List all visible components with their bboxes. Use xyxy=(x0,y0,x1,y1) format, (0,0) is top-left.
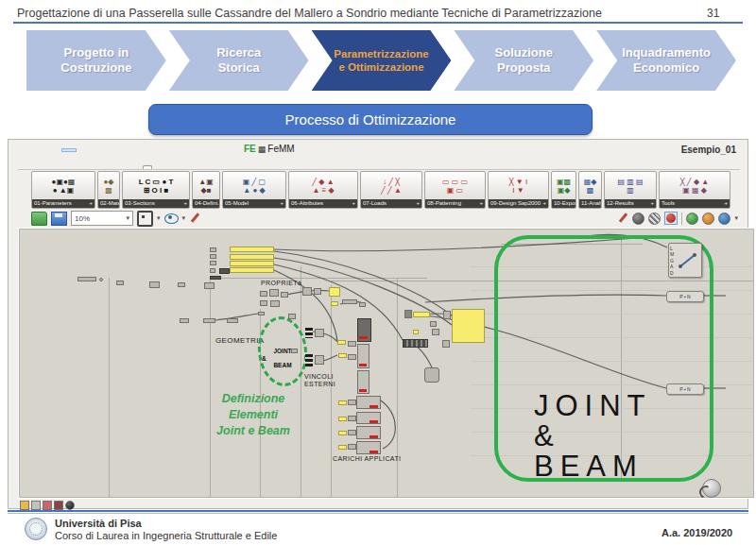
gh-panel[interactable] xyxy=(413,330,419,334)
gh-node[interactable] xyxy=(149,281,160,288)
component-tab[interactable] xyxy=(70,168,72,169)
toolbar-icon-row[interactable]: ⊞ O I ■ xyxy=(123,186,189,195)
gh-node[interactable] xyxy=(348,341,356,347)
toolbar-group-caption[interactable]: 05-Model + xyxy=(223,199,285,208)
green-preview-icon[interactable] xyxy=(686,213,698,225)
toolbar-group[interactable]: ▭ ▭ ▭ ▣ ▭ 08-Patterning + xyxy=(424,171,486,209)
toolbar-icons-cluster[interactable]: ▣ ╱ ▢ ▲ ● ◆ xyxy=(223,172,285,199)
menu-item[interactable] xyxy=(92,148,107,152)
toolbar-icon-row[interactable]: ▲▣ xyxy=(193,178,219,186)
toolbar-icons-cluster[interactable]: ╳ ▼ I I ▼ xyxy=(489,172,548,199)
component-tab[interactable] xyxy=(91,168,93,169)
gh-node[interactable] xyxy=(348,416,356,421)
gh-node[interactable] xyxy=(219,268,230,274)
toolbar-icon-row[interactable]: ╳ ▼ I xyxy=(489,178,548,186)
canvas-widget-icon[interactable] xyxy=(65,501,75,510)
toolbar-icon-row[interactable]: ▲ ● ◆ xyxy=(223,186,285,195)
menu-item[interactable] xyxy=(61,148,77,152)
gh-node[interactable] xyxy=(348,400,356,405)
toolbar-group[interactable]: ╱ ◆ ▲ ▲ ≡ ◆ 06-Attributes + xyxy=(288,171,358,209)
gh-node[interactable] xyxy=(424,367,439,383)
blue-preview-icon[interactable] xyxy=(718,213,730,225)
zoom-select[interactable]: 10% ▾ xyxy=(71,211,133,226)
toolbar-icon-row[interactable]: ▣◆ xyxy=(552,186,576,195)
gh-panel-large[interactable] xyxy=(452,309,485,343)
toolbar-icon-row[interactable]: L C ▭ ● T xyxy=(123,178,189,186)
toolbar-group-caption[interactable]: 08-Patterning + xyxy=(425,199,485,208)
toolbar-icon-row[interactable]: ◆■ xyxy=(193,186,219,195)
gh-multiport-node[interactable] xyxy=(305,328,313,338)
toolbar-group-caption[interactable]: 12-Results + xyxy=(605,199,656,208)
toolbar-icons-cluster[interactable]: ▲▣ ◆■ xyxy=(193,172,219,199)
toolbar-icons-cluster[interactable]: L C ▭ ● T ⊞ O I ■ xyxy=(123,172,189,199)
toolbar-icon-row[interactable]: ╳ ╱ ◆ ▲ xyxy=(660,178,730,186)
gh-node[interactable] xyxy=(77,277,96,281)
component-tab[interactable] xyxy=(18,168,20,169)
toolbar-group-caption[interactable]: 11-Analysis + xyxy=(579,199,601,208)
gh-slider[interactable] xyxy=(230,247,274,252)
toolbar-icon-row[interactable]: ● ▲▣ xyxy=(32,186,94,195)
toolbar-group-caption[interactable]: 10-Export + xyxy=(552,199,576,208)
toolbar-icon-row[interactable]: ▤ ▥ ▤ xyxy=(605,178,656,186)
toolbar-group-expand[interactable]: + xyxy=(352,199,355,208)
gh-node[interactable] xyxy=(302,287,312,296)
toolbar-icon-row[interactable]: ▲ ≡ ◆ xyxy=(289,186,357,195)
gh-node[interactable] xyxy=(210,247,216,252)
toolbar-icon-row[interactable]: ╱ ╱ ▲ xyxy=(361,186,421,195)
gh-node[interactable] xyxy=(288,314,296,319)
component-tab[interactable] xyxy=(39,168,41,169)
gh-node[interactable] xyxy=(203,318,215,323)
toolbar-group[interactable]: ▲▣ ◆■ 04-Defini.. + xyxy=(192,171,220,209)
component-tab[interactable] xyxy=(122,168,124,169)
menu-item[interactable] xyxy=(16,148,31,152)
component-tab[interactable] xyxy=(80,168,82,169)
focus-extents-icon[interactable] xyxy=(137,211,153,227)
toolbar-group-caption[interactable]: 01-Parameters + xyxy=(32,199,94,208)
gh-node[interactable] xyxy=(430,321,437,327)
component-tab[interactable] xyxy=(49,168,51,169)
gh-slider[interactable] xyxy=(230,261,274,266)
gh-node[interactable] xyxy=(210,254,216,259)
toolbar-icon-row[interactable]: ●▣●▦ xyxy=(32,178,94,186)
preview-eye-icon[interactable] xyxy=(164,213,179,224)
toolbar-group[interactable]: ╳ ╱ ◆ ▲ ▣ ▦ ◆ Tools + xyxy=(659,171,730,209)
process-stage[interactable]: Parametrizzazione e Ottimizzazione xyxy=(312,30,452,91)
gh-node[interactable] xyxy=(348,354,356,360)
process-stage[interactable]: Progetto in Costruzione xyxy=(26,30,166,91)
gh-beam-node[interactable]: P ▪ N xyxy=(666,291,704,302)
toolbar-group-caption[interactable]: 04-Defini.. + xyxy=(193,199,219,208)
toolbar-group-expand[interactable]: + xyxy=(479,199,483,208)
menu-item[interactable] xyxy=(31,148,46,152)
toolbar-group-caption[interactable]: 07-Loads + xyxy=(361,199,421,208)
canvas-widget-icon[interactable] xyxy=(20,501,29,510)
gh-panel[interactable] xyxy=(338,417,347,421)
toolbar-icon-row[interactable]: ▣ ▭ xyxy=(425,186,485,195)
toolbar-group[interactable]: ▤ ▥ ▤ ▥ 12-Results + xyxy=(604,171,657,209)
toolbar-group-caption[interactable]: 03-Sections + xyxy=(123,199,189,208)
toolbar-icon-row[interactable]: ╱ ◆ ▲ xyxy=(289,178,357,186)
gh-node[interactable] xyxy=(315,355,324,365)
component-tab[interactable] xyxy=(60,168,61,169)
sketch-pencil-icon[interactable] xyxy=(189,213,200,224)
open-file-icon[interactable] xyxy=(31,212,47,226)
gh-node[interactable] xyxy=(348,430,356,435)
toolbar-group-caption[interactable]: 06-Attributes + xyxy=(289,199,357,208)
toolbar-group-expand[interactable]: + xyxy=(416,199,420,208)
gh-panel[interactable] xyxy=(331,301,338,306)
canvas-widget-icon[interactable] xyxy=(43,501,52,510)
gh-panel[interactable] xyxy=(338,445,347,450)
process-stage[interactable]: Ricerca Storica xyxy=(169,30,309,91)
gh-node[interactable] xyxy=(291,349,298,353)
gh-panel[interactable] xyxy=(338,353,347,358)
toolbar-group-expand[interactable]: + xyxy=(280,199,284,208)
menu-item[interactable] xyxy=(77,148,92,152)
toolbar-group[interactable]: ╳ ▼ I I ▼ 09-Design Sap2000 + xyxy=(488,171,549,209)
canvas-widget-icon[interactable] xyxy=(31,501,41,510)
menu-item[interactable] xyxy=(46,148,61,152)
gh-node[interactable] xyxy=(99,278,103,281)
gh-node[interactable] xyxy=(315,329,324,337)
gh-line-component[interactable]: L M G A D xyxy=(668,243,702,278)
gh-node[interactable] xyxy=(443,311,451,319)
component-tab[interactable] xyxy=(112,168,113,169)
gh-panel[interactable] xyxy=(329,287,340,297)
